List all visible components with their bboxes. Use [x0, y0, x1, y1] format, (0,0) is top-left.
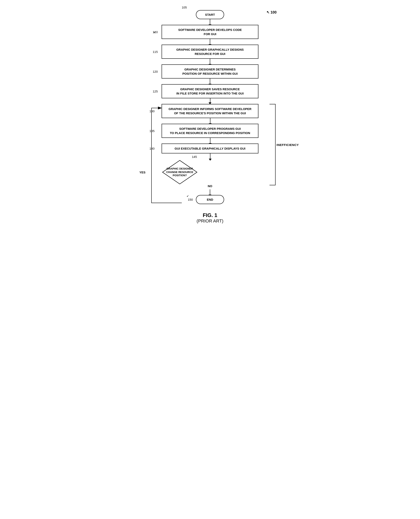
node-125-text: GRAPHIC DESIGNER SAVES RESOURCE IN FILE …: [176, 87, 244, 95]
node-130-row: 130 GRAPHIC DESIGNER INFORMS SOFTWARE DE…: [145, 104, 275, 118]
arrow-9: [210, 189, 210, 195]
start-node-row: 105 START: [133, 10, 287, 19]
end-label: 150: [188, 198, 193, 201]
node-120-row: 120 GRAPHIC DESIGNER DETERMINES POSITION…: [133, 64, 287, 78]
label-125: 125: [153, 90, 158, 93]
no-label-row: NO: [133, 185, 287, 187]
node-130: GRAPHIC DESIGNER INFORMS SOFTWARE DEVELO…: [162, 104, 258, 118]
node-110: SOFTWARE DEVELOPER DEVELOPS CODE FOR GUI: [162, 25, 258, 39]
arrow-6: [210, 118, 210, 124]
inefficiency-section: INEFFICIENCY 130 GRAPHIC DESIGNER INFORM…: [145, 104, 275, 185]
inefficiency-label: INEFFICIENCY: [277, 143, 299, 146]
node-145-text: GRAPHIC DESIGNER CHANGE RESOURCE POSITIO…: [162, 165, 198, 179]
figure-caption: FIG. 1 (PRIOR ART): [133, 212, 287, 224]
node-140: GUI EXECUTABLE GRAPHICALLY DISPLAYS GUI: [162, 144, 258, 153]
yes-label: YES: [139, 171, 145, 174]
node-135-row: 135 SOFTWARE DEVELOPER PROGRAMS GUI TO P…: [145, 124, 275, 138]
node-115: GRAPHIC DESIGNER GRAPHICALLY DESIGNS RES…: [162, 45, 258, 59]
node-135: SOFTWARE DEVELOPER PROGRAMS GUI TO PLACE…: [162, 124, 258, 138]
label-135: 135: [150, 129, 155, 133]
arrow-3: [210, 59, 210, 64]
label-140: 140: [150, 147, 155, 150]
node-145: GRAPHIC DESIGNER CHANGE RESOURCE POSITIO…: [162, 159, 198, 185]
node-120: GRAPHIC DESIGNER DETERMINES POSITION OF …: [162, 64, 258, 78]
label-145: 145: [192, 155, 197, 159]
node-145-row: 145 YES GRAPHIC DESIGNER CHANGE RESOURCE…: [145, 159, 275, 185]
node-140-row: 140 GUI EXECUTABLE GRAPHICALLY DISPLAYS …: [145, 144, 275, 153]
node-130-text: GRAPHIC DESIGNER INFORMS SOFTWARE DEVELO…: [169, 107, 252, 115]
node-110-row: 110 ↙ SOFTWARE DEVELOPER DEVELOPS CODE F…: [133, 25, 287, 39]
label-130: 130: [150, 109, 155, 113]
node-115-text: GRAPHIC DESIGNER GRAPHICALLY DESIGNS RES…: [176, 48, 244, 55]
end-node: END: [196, 195, 224, 204]
label-115: 115: [153, 50, 158, 53]
figure-title: FIG. 1: [133, 212, 287, 218]
node-125-row: 125 GRAPHIC DESIGNER SAVES RESOURCE IN F…: [133, 84, 287, 98]
diagram-container: ↖ 100 105 START 110 ↙ SOFTWARE DEVELOPER…: [133, 8, 287, 224]
node-125: GRAPHIC DESIGNER SAVES RESOURCE IN FILE …: [162, 84, 258, 98]
end-label-tick: ↙: [187, 194, 189, 198]
flowchart: 105 START 110 ↙ SOFTWARE DEVELOPER DEVEL…: [133, 8, 287, 204]
arrow-7: [210, 138, 210, 144]
arrow-4: [210, 78, 210, 84]
node-115-row: 115 GRAPHIC DESIGNER GRAPHICALLY DESIGNS…: [133, 45, 287, 59]
arrow-2: [210, 39, 210, 45]
arrow-1: [210, 19, 210, 25]
node-120-text: GRAPHIC DESIGNER DETERMINES POSITION OF …: [182, 68, 238, 75]
label-120: 120: [153, 70, 158, 73]
no-label: NO: [208, 184, 212, 188]
arrow-5-area: [162, 98, 258, 104]
node-140-text: GUI EXECUTABLE GRAPHICALLY DISPLAYS GUI: [175, 147, 246, 150]
node-135-text: SOFTWARE DEVELOPER PROGRAMS GUI TO PLACE…: [170, 127, 250, 135]
arrow-8: [210, 153, 210, 159]
start-label: 105: [182, 6, 187, 9]
start-node: START: [196, 10, 224, 19]
end-node-row: 150 ↙ END: [133, 195, 287, 204]
figure-subtitle: (PRIOR ART): [133, 218, 287, 224]
node-110-text: SOFTWARE DEVELOPER DEVELOPS CODE FOR GUI: [178, 28, 242, 36]
